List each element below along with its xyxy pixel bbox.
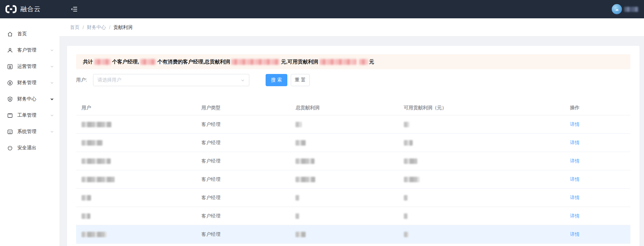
filter-row: 用户: 请选择用户 搜 索 重 置 bbox=[76, 74, 630, 86]
detail-link[interactable]: 详情 bbox=[570, 231, 579, 237]
available-profit-cell bbox=[400, 122, 567, 127]
monitor-icon bbox=[7, 129, 13, 135]
redacted-value bbox=[82, 195, 91, 201]
redacted-value bbox=[296, 213, 299, 219]
brand-name: 融合云 bbox=[20, 5, 41, 14]
column-header: 操作 bbox=[567, 105, 630, 111]
sidebar-item-home[interactable]: 首页 bbox=[0, 26, 59, 42]
sidebar-item-label: 财务管理 bbox=[17, 80, 50, 86]
user-cell bbox=[76, 213, 198, 219]
menu-collapse-icon[interactable] bbox=[71, 6, 77, 12]
available-profit-cell bbox=[400, 213, 567, 219]
redacted-value bbox=[404, 213, 408, 219]
redacted-value bbox=[82, 232, 107, 237]
sidebar-item-label: 安全退出 bbox=[17, 145, 54, 151]
redacted-value bbox=[359, 59, 368, 65]
table-row: 客户经理详情 bbox=[76, 207, 630, 225]
summary-text: 共计 bbox=[83, 59, 93, 65]
sidebar-item-customer-management[interactable]: 客户管理 bbox=[0, 42, 59, 58]
contribution-profit-panel: 共计个客户经理,个有消费的客户经理,总贡献利润元,可用贡献利润元 用户: 请选择… bbox=[67, 46, 640, 246]
redacted-value bbox=[404, 195, 408, 201]
available-profit-cell bbox=[400, 232, 567, 237]
sidebar-item-system-management[interactable]: 系统管理 bbox=[0, 124, 59, 140]
sidebar-item-workorder-management[interactable]: 工单管理 bbox=[0, 107, 59, 124]
sidebar-item-label: 系统管理 bbox=[17, 129, 50, 135]
user-cell bbox=[76, 177, 198, 182]
detail-link[interactable]: 详情 bbox=[570, 158, 579, 164]
column-header: 用户类型 bbox=[198, 105, 292, 111]
breadcrumb-item: 贡献利润 bbox=[113, 24, 132, 31]
redacted-value bbox=[140, 59, 156, 65]
summary-text: 元,可用贡献利润 bbox=[281, 59, 318, 65]
total-profit-cell bbox=[292, 158, 400, 164]
user-type-cell: 客户经理 bbox=[198, 231, 292, 238]
user-menu[interactable]: ☁ bbox=[612, 4, 644, 14]
user-select-placeholder: 请选择用户 bbox=[97, 77, 121, 83]
user-type-cell: 客户经理 bbox=[198, 158, 292, 164]
total-profit-cell bbox=[292, 195, 400, 201]
available-profit-cell bbox=[400, 177, 567, 182]
sidebar-item-finance-center[interactable]: 财务中心 bbox=[0, 91, 59, 107]
total-profit-cell bbox=[292, 122, 400, 127]
redacted-value bbox=[296, 195, 299, 201]
chevron-down-icon bbox=[50, 48, 54, 52]
reset-button[interactable]: 重 置 bbox=[291, 74, 310, 86]
breadcrumb-item[interactable]: 首页 bbox=[70, 24, 79, 31]
available-profit-cell bbox=[400, 195, 567, 201]
detail-link[interactable]: 详情 bbox=[570, 176, 579, 182]
home-icon bbox=[7, 31, 13, 37]
redacted-value bbox=[404, 140, 413, 146]
user-type-cell: 客户经理 bbox=[198, 213, 292, 219]
sidebar-item-label: 客户管理 bbox=[17, 47, 50, 53]
detail-link[interactable]: 详情 bbox=[570, 195, 579, 200]
redacted-value bbox=[296, 122, 302, 127]
chevron-down-icon bbox=[50, 64, 54, 69]
sidebar-menu: 首页客户管理运营管理财务管理财务中心工单管理系统管理安全退出 bbox=[0, 18, 59, 246]
summary-banner: 共计个客户经理,个有消费的客户经理,总贡献利润元,可用贡献利润元 bbox=[76, 54, 630, 69]
contribution-table: 用户用户类型总贡献利润可用贡献利润（元）操作 客户经理详情客户经理详情客户经理详… bbox=[76, 100, 630, 244]
summary-text: 个有消费的客户经理,总贡献利润 bbox=[157, 59, 230, 65]
detail-link[interactable]: 详情 bbox=[570, 140, 579, 145]
user-cell bbox=[76, 232, 198, 237]
power-icon bbox=[7, 145, 13, 151]
redacted-username bbox=[624, 7, 639, 12]
user-select[interactable]: 请选择用户 bbox=[93, 74, 249, 86]
redacted-value bbox=[404, 158, 417, 164]
redacted-value bbox=[404, 232, 409, 237]
redacted-value bbox=[82, 140, 103, 146]
redacted-value bbox=[404, 177, 419, 182]
search-button[interactable]: 搜 索 bbox=[266, 74, 287, 86]
table-row: 客户经理详情 bbox=[76, 170, 630, 189]
available-profit-cell bbox=[400, 158, 567, 164]
breadcrumb-item[interactable]: 财务中心 bbox=[87, 24, 106, 31]
redacted-value bbox=[296, 140, 306, 146]
redacted-value bbox=[94, 59, 111, 65]
user-type-cell: 客户经理 bbox=[198, 195, 292, 201]
redacted-value bbox=[231, 59, 280, 65]
total-profit-cell bbox=[292, 213, 400, 219]
sidebar-item-label: 财务中心 bbox=[17, 96, 50, 102]
redacted-value bbox=[82, 158, 111, 164]
sidebar-item-label: 运营管理 bbox=[17, 63, 50, 70]
user-cell bbox=[76, 122, 198, 127]
chevron-down-icon bbox=[50, 97, 54, 101]
redacted-value bbox=[404, 122, 409, 127]
available-profit-cell bbox=[400, 140, 567, 146]
summary-text: 元 bbox=[369, 59, 374, 65]
column-header: 可用贡献利润（元） bbox=[400, 105, 567, 111]
redacted-value bbox=[82, 213, 90, 219]
total-profit-cell bbox=[292, 177, 400, 182]
user-cell bbox=[76, 195, 198, 201]
sidebar-item-finance-management[interactable]: 财务管理 bbox=[0, 75, 59, 91]
table-row: 客户经理详情 bbox=[76, 225, 630, 244]
sidebar-item-logout[interactable]: 安全退出 bbox=[0, 140, 59, 156]
sidebar-item-operation-management[interactable]: 运营管理 bbox=[0, 58, 59, 75]
cloud-avatar-icon[interactable]: ☁ bbox=[612, 4, 622, 14]
yen-shield-icon bbox=[7, 96, 13, 102]
brackets-dash-logo-icon bbox=[5, 5, 17, 13]
redacted-value bbox=[320, 59, 356, 65]
user-type-cell: 客户经理 bbox=[198, 140, 292, 146]
detail-link[interactable]: 详情 bbox=[570, 213, 579, 219]
column-header: 用户 bbox=[76, 105, 198, 111]
detail-link[interactable]: 详情 bbox=[570, 121, 579, 127]
